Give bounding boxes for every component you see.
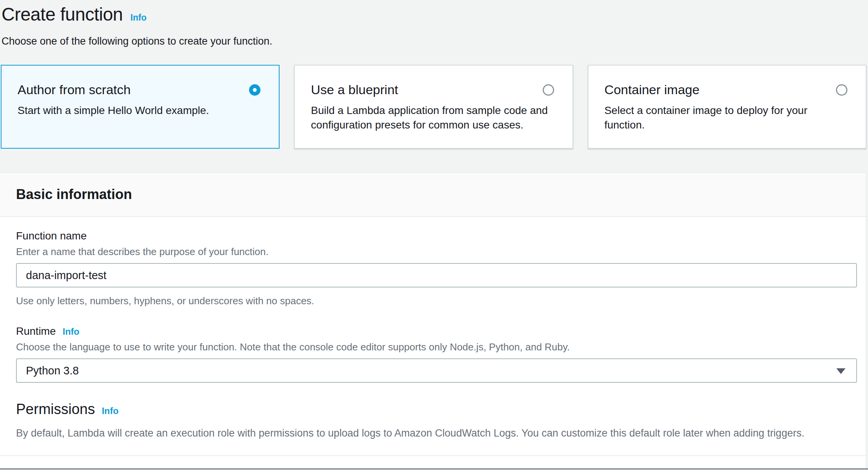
permissions-section: Permissions Info By default, Lambda will… [0, 401, 866, 439]
function-name-label: Function name [16, 230, 87, 242]
radio-unselected-icon[interactable] [543, 84, 554, 96]
option-card-description: Start with a simple Hello World example. [18, 103, 264, 118]
permissions-info-link[interactable]: Info [102, 406, 119, 416]
basic-information-header: Basic information [0, 172, 866, 217]
basic-information-title: Basic information [16, 186, 132, 202]
basic-information-panel: Basic information Function name Enter a … [0, 172, 866, 472]
caret-down-icon [836, 368, 845, 374]
page-header: Create function Info Choose one of the f… [0, 0, 868, 47]
creation-option-cards: Author from scratch Start with a simple … [1, 65, 866, 149]
option-card-title: Use a blueprint [311, 82, 398, 97]
page-title-info-link[interactable]: Info [130, 13, 146, 23]
permissions-title: Permissions [16, 401, 95, 417]
function-name-input[interactable] [16, 263, 857, 287]
runtime-info-link[interactable]: Info [63, 326, 79, 337]
option-card-use-a-blueprint[interactable]: Use a blueprint Build a Lambda applicati… [294, 65, 573, 149]
radio-selected-icon[interactable] [249, 84, 260, 96]
bottom-strip [0, 470, 868, 472]
option-card-title: Container image [604, 82, 699, 97]
create-function-page: Create function Info Choose one of the f… [0, 0, 868, 472]
runtime-selected-value: Python 3.8 [26, 364, 79, 377]
runtime-description: Choose the language to use to write your… [16, 341, 855, 353]
option-card-description: Build a Lambda application from sample c… [311, 103, 557, 132]
runtime-label: Runtime [16, 325, 56, 337]
function-name-constraint: Use only letters, numbers, hyphens, or u… [16, 295, 855, 307]
permissions-description: By default, Lambda will create an execut… [16, 427, 866, 439]
option-card-container-image[interactable]: Container image Select a container image… [588, 65, 866, 149]
runtime-field-block: Runtime Info Choose the language to use … [0, 325, 866, 383]
radio-unselected-icon[interactable] [836, 84, 847, 96]
bottom-rule [0, 468, 868, 470]
page-subtitle: Choose one of the following options to c… [2, 35, 868, 47]
option-card-title: Author from scratch [18, 82, 131, 97]
page-title: Create function [2, 4, 123, 25]
runtime-select[interactable]: Python 3.8 [16, 358, 857, 383]
option-card-author-from-scratch[interactable]: Author from scratch Start with a simple … [1, 65, 280, 149]
function-name-description: Enter a name that describes the purpose … [16, 246, 855, 258]
option-card-description: Select a container image to deploy for y… [604, 103, 850, 132]
function-name-field-block: Function name Enter a name that describe… [0, 230, 866, 307]
